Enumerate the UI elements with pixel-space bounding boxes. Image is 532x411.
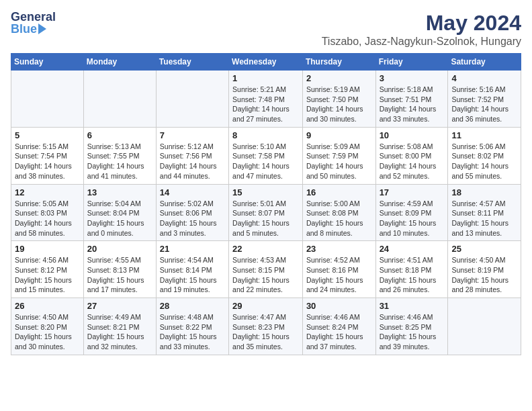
calendar-cell: 5Sunrise: 5:15 AM Sunset: 7:54 PM Daylig… bbox=[11, 127, 84, 184]
day-info: Sunrise: 5:16 AM Sunset: 7:52 PM Dayligh… bbox=[451, 85, 517, 124]
calendar-cell: 28Sunrise: 4:48 AM Sunset: 8:22 PM Dayli… bbox=[156, 298, 228, 355]
day-number: 18 bbox=[451, 187, 517, 197]
day-number: 20 bbox=[87, 244, 152, 254]
day-info: Sunrise: 4:46 AM Sunset: 8:25 PM Dayligh… bbox=[380, 312, 445, 352]
calendar-cell: 18Sunrise: 4:57 AM Sunset: 8:11 PM Dayli… bbox=[448, 184, 521, 241]
calendar-cell: 20Sunrise: 4:55 AM Sunset: 8:13 PM Dayli… bbox=[83, 241, 156, 298]
day-number: 6 bbox=[87, 130, 152, 140]
day-number: 12 bbox=[15, 187, 80, 197]
day-number: 24 bbox=[380, 244, 445, 254]
weekday-header-tuesday: Tuesday bbox=[156, 54, 228, 71]
day-info: Sunrise: 4:46 AM Sunset: 8:24 PM Dayligh… bbox=[306, 312, 372, 352]
calendar-table: SundayMondayTuesdayWednesdayThursdayFrid… bbox=[11, 53, 521, 355]
calendar-week-row: 5Sunrise: 5:15 AM Sunset: 7:54 PM Daylig… bbox=[11, 127, 521, 184]
calendar-week-row: 1Sunrise: 5:21 AM Sunset: 7:48 PM Daylig… bbox=[11, 71, 521, 128]
day-info: Sunrise: 4:48 AM Sunset: 8:22 PM Dayligh… bbox=[160, 312, 225, 352]
calendar-cell: 16Sunrise: 5:00 AM Sunset: 8:08 PM Dayli… bbox=[302, 184, 375, 241]
day-info: Sunrise: 4:53 AM Sunset: 8:15 PM Dayligh… bbox=[232, 255, 299, 295]
day-info: Sunrise: 5:21 AM Sunset: 7:48 PM Dayligh… bbox=[232, 85, 299, 124]
calendar-cell: 2Sunrise: 5:19 AM Sunset: 7:50 PM Daylig… bbox=[302, 71, 375, 128]
day-info: Sunrise: 5:00 AM Sunset: 8:08 PM Dayligh… bbox=[306, 199, 372, 238]
calendar-cell bbox=[83, 71, 156, 128]
day-info: Sunrise: 5:04 AM Sunset: 8:04 PM Dayligh… bbox=[87, 199, 152, 238]
calendar-cell: 27Sunrise: 4:49 AM Sunset: 8:21 PM Dayli… bbox=[83, 298, 156, 355]
calendar-cell: 30Sunrise: 4:46 AM Sunset: 8:24 PM Dayli… bbox=[302, 298, 375, 355]
day-info: Sunrise: 5:01 AM Sunset: 8:07 PM Dayligh… bbox=[232, 199, 299, 238]
day-info: Sunrise: 5:10 AM Sunset: 7:58 PM Dayligh… bbox=[232, 142, 299, 181]
calendar-cell: 17Sunrise: 4:59 AM Sunset: 8:09 PM Dayli… bbox=[375, 184, 448, 241]
logo-general-text: General bbox=[11, 11, 56, 23]
day-info: Sunrise: 5:06 AM Sunset: 8:02 PM Dayligh… bbox=[451, 142, 517, 181]
day-info: Sunrise: 4:50 AM Sunset: 8:20 PM Dayligh… bbox=[15, 312, 80, 352]
day-number: 4 bbox=[451, 73, 517, 83]
calendar-cell: 13Sunrise: 5:04 AM Sunset: 8:04 PM Dayli… bbox=[83, 184, 156, 241]
day-info: Sunrise: 5:09 AM Sunset: 7:59 PM Dayligh… bbox=[306, 142, 372, 181]
calendar-cell bbox=[156, 71, 228, 128]
calendar-cell: 29Sunrise: 4:47 AM Sunset: 8:23 PM Dayli… bbox=[229, 298, 303, 355]
month-year-title: May 2024 bbox=[322, 11, 521, 36]
calendar-cell: 3Sunrise: 5:18 AM Sunset: 7:51 PM Daylig… bbox=[375, 71, 448, 128]
day-info: Sunrise: 4:51 AM Sunset: 8:18 PM Dayligh… bbox=[380, 255, 445, 295]
calendar-cell: 15Sunrise: 5:01 AM Sunset: 8:07 PM Dayli… bbox=[229, 184, 303, 241]
day-info: Sunrise: 5:02 AM Sunset: 8:06 PM Dayligh… bbox=[160, 199, 225, 238]
day-number: 3 bbox=[380, 73, 445, 83]
day-number: 21 bbox=[160, 244, 225, 254]
calendar-week-row: 26Sunrise: 4:50 AM Sunset: 8:20 PM Dayli… bbox=[11, 298, 521, 355]
calendar-cell bbox=[11, 71, 84, 128]
day-number: 1 bbox=[232, 73, 299, 83]
calendar-week-row: 19Sunrise: 4:56 AM Sunset: 8:12 PM Dayli… bbox=[11, 241, 521, 298]
day-number: 25 bbox=[451, 244, 517, 254]
day-number: 5 bbox=[15, 130, 80, 140]
calendar-cell: 4Sunrise: 5:16 AM Sunset: 7:52 PM Daylig… bbox=[448, 71, 521, 128]
calendar-cell: 19Sunrise: 4:56 AM Sunset: 8:12 PM Dayli… bbox=[11, 241, 84, 298]
day-info: Sunrise: 4:47 AM Sunset: 8:23 PM Dayligh… bbox=[232, 312, 299, 352]
day-number: 26 bbox=[15, 301, 80, 311]
day-info: Sunrise: 5:18 AM Sunset: 7:51 PM Dayligh… bbox=[380, 85, 445, 124]
day-number: 13 bbox=[87, 187, 152, 197]
day-number: 16 bbox=[306, 187, 372, 197]
day-number: 11 bbox=[451, 130, 517, 140]
calendar-cell: 11Sunrise: 5:06 AM Sunset: 8:02 PM Dayli… bbox=[448, 127, 521, 184]
title-area: May 2024 Tiszabo, Jasz-Nagykun-Szolnok, … bbox=[322, 11, 521, 48]
day-number: 29 bbox=[232, 301, 299, 311]
day-number: 27 bbox=[87, 301, 152, 311]
calendar-cell: 1Sunrise: 5:21 AM Sunset: 7:48 PM Daylig… bbox=[229, 71, 303, 128]
calendar-cell: 22Sunrise: 4:53 AM Sunset: 8:15 PM Dayli… bbox=[229, 241, 303, 298]
day-number: 15 bbox=[232, 187, 299, 197]
calendar-cell: 23Sunrise: 4:52 AM Sunset: 8:16 PM Dayli… bbox=[302, 241, 375, 298]
day-info: Sunrise: 4:56 AM Sunset: 8:12 PM Dayligh… bbox=[15, 255, 80, 295]
day-number: 2 bbox=[306, 73, 372, 83]
calendar-cell: 12Sunrise: 5:05 AM Sunset: 8:03 PM Dayli… bbox=[11, 184, 84, 241]
day-number: 23 bbox=[306, 244, 372, 254]
weekday-header-monday: Monday bbox=[83, 54, 156, 71]
logo-arrow-icon bbox=[38, 24, 46, 34]
day-number: 22 bbox=[232, 244, 299, 254]
calendar-cell: 21Sunrise: 4:54 AM Sunset: 8:14 PM Dayli… bbox=[156, 241, 228, 298]
day-number: 10 bbox=[380, 130, 445, 140]
weekday-header-wednesday: Wednesday bbox=[229, 54, 303, 71]
calendar-cell: 10Sunrise: 5:08 AM Sunset: 8:00 PM Dayli… bbox=[375, 127, 448, 184]
day-info: Sunrise: 5:19 AM Sunset: 7:50 PM Dayligh… bbox=[306, 85, 372, 124]
day-info: Sunrise: 4:49 AM Sunset: 8:21 PM Dayligh… bbox=[87, 312, 152, 352]
weekday-header-saturday: Saturday bbox=[448, 54, 521, 71]
day-info: Sunrise: 4:54 AM Sunset: 8:14 PM Dayligh… bbox=[160, 255, 225, 295]
day-info: Sunrise: 4:55 AM Sunset: 8:13 PM Dayligh… bbox=[87, 255, 152, 295]
calendar-cell: 25Sunrise: 4:50 AM Sunset: 8:19 PM Dayli… bbox=[448, 241, 521, 298]
day-number: 8 bbox=[232, 130, 299, 140]
day-number: 31 bbox=[380, 301, 445, 311]
day-number: 19 bbox=[15, 244, 80, 254]
calendar-cell: 14Sunrise: 5:02 AM Sunset: 8:06 PM Dayli… bbox=[156, 184, 228, 241]
day-number: 14 bbox=[160, 187, 225, 197]
day-number: 28 bbox=[160, 301, 225, 311]
calendar-cell: 26Sunrise: 4:50 AM Sunset: 8:20 PM Dayli… bbox=[11, 298, 84, 355]
day-info: Sunrise: 4:59 AM Sunset: 8:09 PM Dayligh… bbox=[380, 199, 445, 238]
weekday-header-sunday: Sunday bbox=[11, 54, 84, 71]
day-number: 17 bbox=[380, 187, 445, 197]
calendar-cell: 24Sunrise: 4:51 AM Sunset: 8:18 PM Dayli… bbox=[375, 241, 448, 298]
day-info: Sunrise: 5:05 AM Sunset: 8:03 PM Dayligh… bbox=[15, 199, 80, 238]
day-info: Sunrise: 5:12 AM Sunset: 7:56 PM Dayligh… bbox=[160, 142, 225, 181]
calendar-cell: 9Sunrise: 5:09 AM Sunset: 7:59 PM Daylig… bbox=[302, 127, 375, 184]
header: General Blue May 2024 Tiszabo, Jasz-Nagy… bbox=[11, 11, 521, 48]
day-number: 7 bbox=[160, 130, 225, 140]
calendar-cell bbox=[448, 298, 521, 355]
